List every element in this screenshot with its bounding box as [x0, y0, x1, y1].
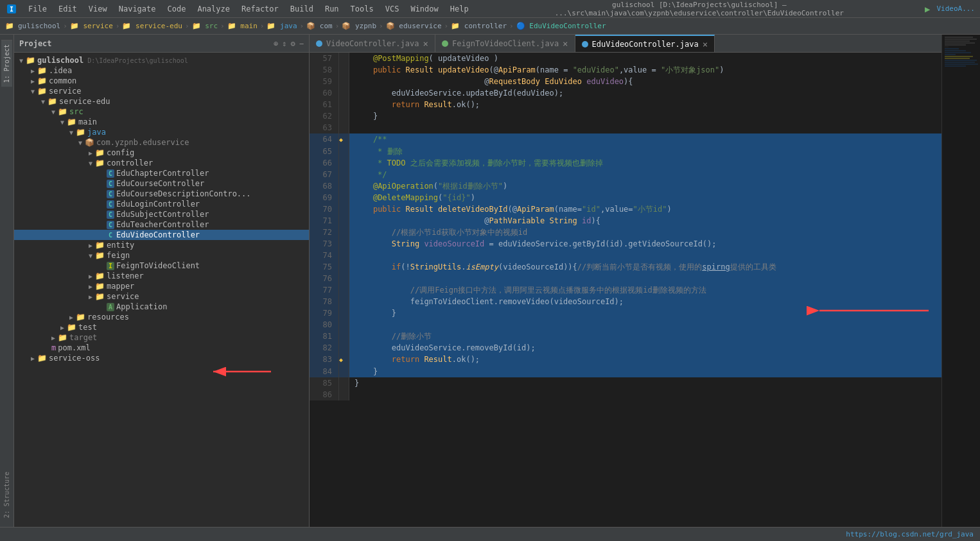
code-line-73: 73 String videoSourceId = eduVideoServic…: [310, 238, 941, 250]
tree-edulogin[interactable]: C EduLoginController: [14, 199, 309, 209]
svg-text:I: I: [10, 6, 13, 13]
tree-service[interactable]: ▼ 📁 service: [14, 86, 309, 96]
tree-eduvideo-controller[interactable]: C EduVideoController: [14, 230, 309, 240]
tab-feigntovideoclient[interactable]: FeignToVideoClient.java ×: [435, 35, 575, 52]
breadcrumb-controller[interactable]: 📁 controller: [451, 22, 507, 30]
tree-test[interactable]: ▶ 📁 test: [14, 322, 309, 332]
code-editor[interactable]: 57 @PostMapping( updateVideo ) 58 public…: [310, 53, 941, 527]
editor-area: VideoController.java × FeignToVideoClien…: [310, 35, 941, 527]
menu-run[interactable]: Run: [320, 3, 344, 15]
code-line-71: 71 @PathVariable String id){: [310, 215, 941, 227]
tree-root-gulischool[interactable]: ▼ 📁 gulischool D:\IdeaProjects\gulischoo…: [14, 55, 309, 65]
breadcrumb-icon: 📁: [5, 22, 14, 30]
breadcrumb-src[interactable]: 📁 src: [192, 22, 218, 30]
tree-service-oss[interactable]: ▶ 📁 service-oss: [14, 353, 309, 363]
tab-videocontroller[interactable]: VideoController.java ×: [310, 35, 435, 52]
breadcrumb-java[interactable]: 📁 java: [267, 22, 297, 30]
code-line-84: 84 }: [310, 366, 941, 377]
menu-window[interactable]: Window: [405, 3, 443, 15]
tree-educourse[interactable]: C EduCourseController: [14, 178, 309, 189]
tree-src[interactable]: ▼ 📁 src: [14, 107, 309, 117]
tree-pom[interactable]: m pom.xml: [14, 343, 309, 353]
tree-edusubject[interactable]: C EduSubjectController: [14, 209, 309, 219]
tree-java[interactable]: ▼ 📁 java: [14, 127, 309, 137]
tree-entity[interactable]: ▶ 📁 entity: [14, 240, 309, 250]
tree-listener[interactable]: ▶ 📁 listener: [14, 271, 309, 281]
code-line-74: 74: [310, 250, 941, 261]
project-tab-vertical[interactable]: 1: Project: [1, 40, 12, 87]
tab-close-videocontroller[interactable]: ×: [423, 39, 428, 49]
code-line-67: 67 */: [310, 169, 941, 180]
code-line-57: 57 @PostMapping( updateVideo ): [310, 53, 941, 64]
breadcrumb-service[interactable]: 📁 service: [70, 22, 113, 30]
code-line-86: 86: [310, 389, 941, 400]
menu-help[interactable]: Help: [445, 3, 474, 15]
tree-target[interactable]: ▶ 📁 target: [14, 332, 309, 343]
menu-view[interactable]: View: [83, 3, 112, 15]
project-icon-minimize[interactable]: −: [299, 39, 304, 48]
structure-tab-vertical[interactable]: 2: Structure: [1, 468, 12, 522]
menu-code[interactable]: Code: [162, 3, 191, 15]
project-tree: ▼ 📁 gulischool D:\IdeaProjects\gulischoo…: [14, 53, 309, 366]
app-logo: I: [5, 3, 18, 15]
menu-tools[interactable]: Tools: [346, 3, 379, 15]
project-icon-settings[interactable]: ⚙: [291, 39, 295, 48]
menu-vcs[interactable]: VCS: [380, 3, 405, 15]
breadcrumb-service-edu[interactable]: 📁 service-edu: [122, 22, 182, 30]
code-line-58: 58 public Result updateVideo(@ApiParam(n…: [310, 64, 941, 76]
tree-feign[interactable]: ▼ 📁 feign: [14, 250, 309, 261]
tree-educhapter[interactable]: C EduChapterController: [14, 168, 309, 178]
menu-refactor[interactable]: Refactor: [236, 3, 284, 15]
breadcrumb-com[interactable]: 📦 com: [306, 22, 333, 30]
project-panel: Project ⊕ ⇕ ⚙ − ▼ 📁 gulischool D:\IdeaPr…: [14, 35, 310, 527]
run-button[interactable]: ▶: [925, 4, 930, 14]
status-bar: https://blog.csdn.net/grd_java: [0, 527, 980, 541]
breadcrumb-gulischool[interactable]: gulischool: [18, 22, 60, 30]
breadcrumb-eduservice[interactable]: 📦 eduservice: [386, 22, 442, 30]
tab-close-feign[interactable]: ×: [563, 39, 568, 49]
project-icon-globe[interactable]: ⊕: [274, 39, 278, 48]
bookmark-83: ◆: [339, 356, 343, 363]
tab-dot-green: [442, 40, 448, 47]
tab-close-eduvideo[interactable]: ×: [703, 39, 708, 49]
code-line-72: 72 //根据小节id获取小节对象中的视频id: [310, 227, 941, 238]
tree-educoursedesc[interactable]: C EduCourseDescriptionContro...: [14, 189, 309, 199]
tree-package[interactable]: ▼ 📦 com.yzpnb.eduservice: [14, 137, 309, 148]
tree-mapper[interactable]: ▶ 📁 mapper: [14, 281, 309, 291]
breadcrumb-eduvideo[interactable]: 🔵 EduVideoController: [516, 22, 606, 30]
menu-navigate[interactable]: Navigate: [114, 3, 161, 15]
menu-edit[interactable]: Edit: [53, 3, 82, 15]
tree-idea[interactable]: ▶ 📁 .idea: [14, 65, 309, 76]
project-header-icons: ⊕ ⇕ ⚙ −: [274, 39, 304, 48]
breadcrumb-yzpnb[interactable]: 📦 yzpnb: [342, 22, 376, 30]
menu-analyze[interactable]: Analyze: [192, 3, 235, 15]
tree-application[interactable]: A Application: [14, 302, 309, 312]
bookmark-64: ◆: [339, 136, 343, 143]
code-line-69: 69 @DeleteMapping("{id}"): [310, 192, 941, 203]
left-side-strip: 1: Project 2: Structure: [0, 35, 14, 527]
code-line-79: 79 }: [310, 307, 941, 319]
tree-controller[interactable]: ▼ 📁 controller: [14, 158, 309, 168]
tree-feigntovideoclient[interactable]: I FeignToVideoClient: [14, 261, 309, 271]
tab-label-feign: FeignToVideoClient.java: [452, 39, 559, 48]
tree-config[interactable]: ▶ 📁 config: [14, 148, 309, 158]
code-line-62: 62 }: [310, 110, 941, 122]
menu-file[interactable]: File: [23, 3, 52, 15]
tree-main[interactable]: ▼ 📁 main: [14, 117, 309, 127]
breadcrumb-main[interactable]: 📁 main: [227, 22, 258, 30]
tabs-bar: VideoController.java × FeignToVideoClien…: [310, 35, 941, 53]
tree-common[interactable]: ▶ 📁 common: [14, 76, 309, 86]
tab-dot-blue: [316, 40, 322, 47]
tab-label-eduvideo: EduVideoController.java: [592, 40, 699, 49]
code-line-65: 65 * 删除: [310, 146, 941, 157]
tree-service-inner[interactable]: ▶ 📁 service: [14, 291, 309, 302]
window-title-bar: gulischool [D:\IdeaProjects\gulischool] …: [475, 1, 923, 17]
top-right-label: VideoA...: [936, 4, 975, 13]
tree-resources[interactable]: ▶ 📁 resources: [14, 312, 309, 322]
project-icon-expand[interactable]: ⇕: [282, 39, 286, 48]
tree-service-edu[interactable]: ▼ 📁 service-edu: [14, 96, 309, 107]
tab-eduvideocont[interactable]: EduVideoController.java ×: [575, 35, 715, 52]
menu-build[interactable]: Build: [285, 3, 319, 15]
code-line-63: 63: [310, 122, 941, 133]
tree-eduteacher[interactable]: C EduTeacherController: [14, 219, 309, 230]
